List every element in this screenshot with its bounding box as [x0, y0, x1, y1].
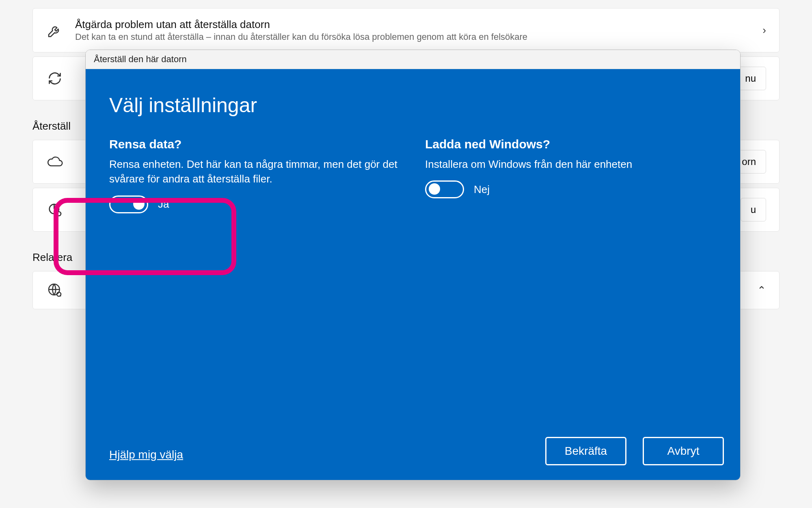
cancel-button[interactable]: Avbryt — [643, 437, 724, 465]
card-subtitle: Det kan ta en stund att återställa – inn… — [75, 32, 751, 42]
download-desc: Installera om Windows från den här enhet… — [425, 157, 717, 172]
chevron-up-icon: ⌃ — [757, 284, 766, 297]
clean-data-option: Rensa data? Rensa enheten. Det här kan t… — [109, 137, 401, 213]
clean-data-value: Ja — [158, 198, 169, 211]
dialog-heading: Välj inställningar — [109, 93, 717, 117]
wrench-icon — [46, 22, 64, 39]
globe-search-icon — [46, 281, 64, 299]
refresh-icon — [46, 69, 64, 87]
svg-point-1 — [57, 212, 61, 216]
download-title: Ladda ned Windows? — [425, 137, 717, 151]
help-me-choose-link[interactable]: Hjälp mig välja — [109, 448, 183, 461]
confirm-button[interactable]: Bekräfta — [545, 437, 626, 465]
clean-data-toggle[interactable] — [109, 195, 148, 213]
reset-pc-dialog: Återställ den här datorn Välj inställnin… — [85, 50, 741, 480]
download-value: Nej — [474, 183, 490, 196]
clean-data-desc: Rensa enheten. Det här kan ta några timm… — [109, 157, 401, 187]
cloud-reset-icon — [46, 153, 64, 171]
card-action-button[interactable]: u — [741, 198, 766, 221]
download-windows-option: Ladda ned Windows? Installera om Windows… — [425, 137, 717, 213]
power-gear-icon — [46, 201, 64, 219]
clean-data-title: Rensa data? — [109, 137, 401, 151]
chevron-right-icon: › — [762, 24, 766, 37]
download-toggle[interactable] — [425, 180, 464, 198]
dialog-title: Återställ den här datorn — [86, 50, 740, 69]
fix-without-reset-card[interactable]: Åtgärda problem utan att återställa dato… — [32, 8, 780, 52]
card-title: Åtgärda problem utan att återställa dato… — [75, 18, 751, 31]
